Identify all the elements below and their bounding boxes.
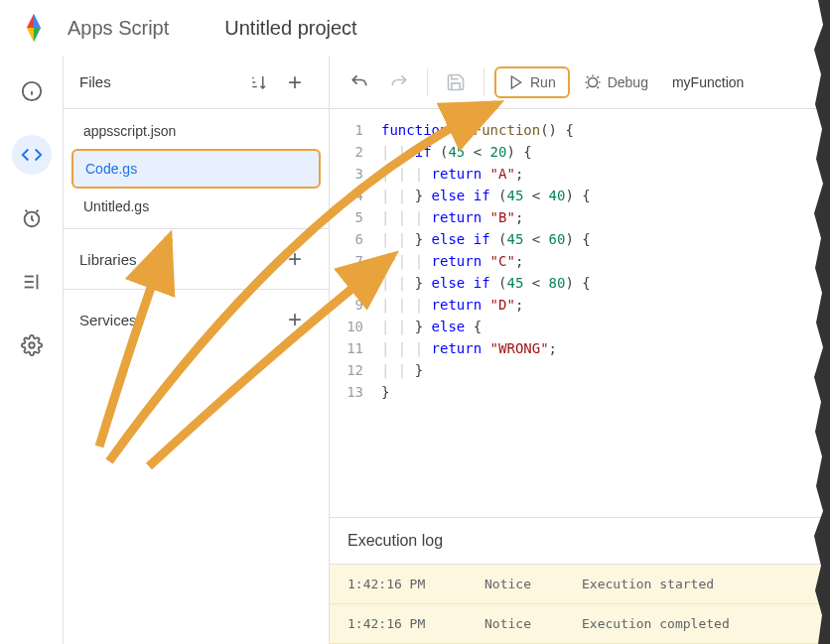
header: Apps Script Untitled project: [0, 0, 830, 56]
main-content: Files + appsscript.json Code.gs Untitled…: [0, 56, 830, 644]
editor-toolbar: Run Debug myFunction: [330, 56, 830, 109]
libraries-label: Libraries: [79, 251, 277, 268]
log-row: 1:42:16 PM Notice Execution started: [330, 565, 830, 604]
executions-icon[interactable]: [12, 262, 52, 302]
files-header: Files +: [64, 56, 329, 109]
files-sidebar: Files + appsscript.json Code.gs Untitled…: [64, 56, 330, 644]
function-selector[interactable]: myFunction: [662, 68, 754, 96]
bug-icon: [584, 73, 602, 91]
log-msg: Execution completed: [582, 616, 730, 631]
undo-icon[interactable]: [342, 64, 377, 100]
log-msg: Execution started: [582, 577, 714, 591]
svg-line-12: [597, 76, 599, 78]
file-untitled-gs[interactable]: Untitled.gs: [71, 189, 321, 224]
settings-icon[interactable]: [12, 325, 52, 365]
svg-marker-9: [511, 76, 520, 88]
log-level: Notice: [484, 577, 554, 591]
file-list: appsscript.json Code.gs Untitled.gs: [64, 109, 329, 228]
left-rail: [0, 56, 64, 644]
separator: [484, 68, 484, 96]
log-time: 1:42:16 PM: [347, 577, 457, 591]
log-level: Notice: [484, 616, 554, 631]
run-label: Run: [530, 74, 556, 90]
project-title[interactable]: Untitled project: [224, 17, 356, 40]
save-icon[interactable]: [438, 64, 474, 100]
app-name: Apps Script: [68, 17, 169, 40]
code-content[interactable]: function myFunction() {| | if (45 < 20) …: [373, 109, 830, 517]
file-code-gs[interactable]: Code.gs: [71, 149, 321, 189]
code-editor[interactable]: 12345678910111213 function myFunction() …: [330, 109, 830, 517]
svg-point-8: [29, 342, 35, 348]
svg-line-16: [597, 86, 599, 88]
execution-log-panel: Execution log 1:42:16 PM Notice Executio…: [330, 517, 830, 644]
add-service-icon[interactable]: +: [277, 302, 313, 337]
file-appsscript-json[interactable]: appsscript.json: [71, 113, 321, 149]
apps-script-logo: [16, 10, 52, 46]
overview-icon[interactable]: [12, 71, 52, 111]
sort-icon[interactable]: [241, 64, 277, 100]
svg-line-17: [587, 86, 589, 88]
libraries-section[interactable]: Libraries +: [64, 228, 329, 289]
svg-point-10: [588, 77, 597, 86]
debug-button[interactable]: Debug: [574, 67, 658, 97]
triggers-icon[interactable]: [12, 198, 52, 238]
services-section[interactable]: Services +: [64, 289, 329, 349]
add-library-icon[interactable]: +: [277, 241, 313, 277]
separator: [427, 68, 428, 96]
editor-column: Run Debug myFunction 12345678910111213 f…: [330, 56, 830, 644]
files-label: Files: [79, 73, 241, 90]
services-label: Services: [79, 312, 277, 328]
play-icon: [508, 74, 524, 90]
editor-icon[interactable]: [12, 135, 52, 175]
redo-icon[interactable]: [381, 64, 417, 100]
log-time: 1:42:16 PM: [347, 616, 457, 631]
add-file-icon[interactable]: +: [277, 64, 313, 100]
svg-line-13: [587, 76, 589, 78]
log-row: 1:42:16 PM Notice Execution completed: [330, 604, 830, 644]
debug-label: Debug: [608, 74, 648, 90]
line-gutter: 12345678910111213: [330, 109, 373, 517]
log-header: Execution log: [330, 518, 830, 565]
run-button[interactable]: Run: [494, 66, 570, 98]
